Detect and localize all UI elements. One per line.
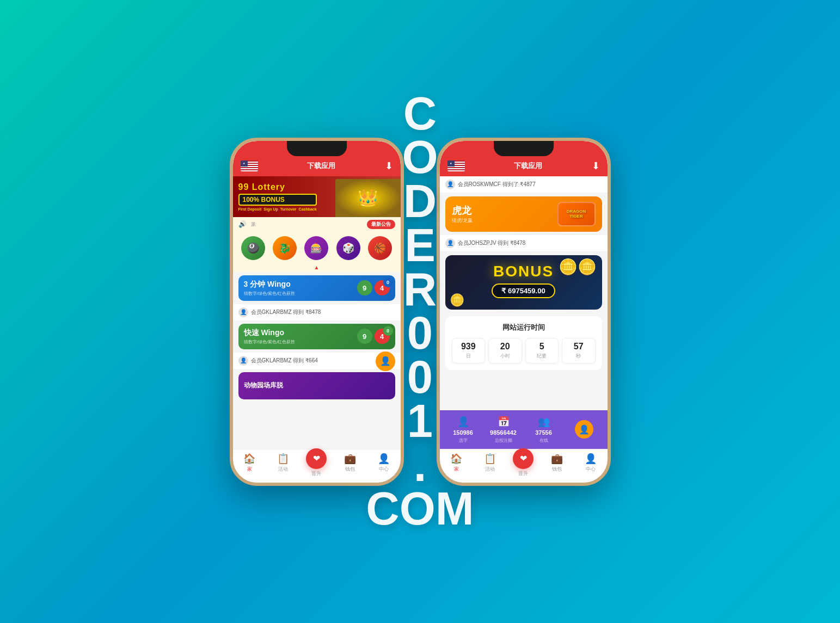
ball-9-fast: 9	[357, 329, 372, 344]
stat-online: 👥 37556 在线	[525, 416, 563, 443]
bonus-coins-icon: 🪙🪙	[559, 258, 597, 276]
dragon-tiger-subtitle: 猜虎/龙赢	[452, 217, 473, 224]
animal-game-card[interactable]: 动物园场库脱	[238, 372, 395, 399]
runtime-section: 网站运行时间 939 日 20 小时 5 纪要	[445, 316, 602, 370]
dragon-tiger-logo-text: DRAGONTIGER	[567, 209, 586, 219]
stats-bar: 👤 150986 选字 📅 98566442 总投注额 👥 37556 在线	[440, 410, 608, 449]
nav-wallet-right[interactable]: 💼 钱包	[540, 453, 574, 477]
stat-avatar[interactable]: 👤	[565, 420, 603, 439]
wingo-3min-counter: 0	[383, 277, 393, 287]
stat-online-label: 在线	[539, 437, 548, 443]
banner-left: 99 Lottery 100% BONUS First Deposit Sign…	[233, 176, 401, 217]
nav-activity-right[interactable]: 📋 活动	[473, 453, 507, 477]
home-icon-left: 🏠	[243, 453, 255, 465]
dragon-tiger-title: 虎龙	[452, 204, 473, 217]
bonus-amount: ₹ 6975459.00	[492, 283, 555, 298]
nav-profile-label-right: 中心	[586, 466, 596, 473]
wingo-3min-inner: 3 分钟 Wingo 猜数字/绿色/紫色/红色获胜 9 4 0	[238, 275, 395, 301]
user-avatar-right[interactable]: 👤	[575, 420, 593, 439]
dragon-tiger-card[interactable]: 虎龙 猜虎/龙赢 DRAGONTIGER	[445, 196, 602, 232]
nav-wallet-label-right: 钱包	[552, 466, 562, 473]
runtime-days-box: 939 日	[452, 338, 486, 363]
banner-girls: 👑	[335, 179, 401, 217]
game-icons-row: 🎱 🐉 🎰 🎲 🏀	[233, 232, 401, 264]
nav-wallet-left[interactable]: 💼 钱包	[333, 453, 367, 477]
nav-activity-left[interactable]: 📋 活动	[266, 453, 300, 477]
bonus-text: BONUS	[493, 263, 554, 280]
stat-online-num: 37556	[535, 429, 552, 436]
notice-bar-left[interactable]: 🔊 派 最新公告	[233, 217, 401, 232]
dragon-tiger-info: 虎龙 猜虎/龙赢	[452, 204, 473, 224]
runtime-seconds-box: 57 秒	[562, 338, 596, 363]
download-icon-left[interactable]: ⬇	[385, 160, 393, 172]
stat-users: 👤 150986 选字	[444, 416, 482, 443]
bottom-nav-right: 🏠 家 📋 活动 ❤ 晋升 💼 钱包 👤 中心	[440, 449, 608, 483]
winner-2-label: 会员GKLARBMZ 得到 ₹664	[251, 357, 318, 365]
winner-1-label: 会员GKLARBMZ 得到 ₹8478	[251, 309, 321, 316]
sound-icon: 🔊	[238, 220, 247, 228]
phone-right-scroll: 👤 会员ROSKWMCF 得到了 ₹4877 虎龙 猜虎/龙赢 DRAGONTI…	[440, 176, 608, 449]
wingo-fast-inner: 快速 Wingo 猜数字/绿色/紫色/红色获胜 9 4 0	[238, 324, 395, 349]
notice-text: 派	[251, 221, 256, 228]
dragon-tiger-logo: DRAGONTIGER	[557, 202, 596, 226]
nav-home-right[interactable]: 🏠 家	[440, 453, 474, 477]
nav-profile-label-left: 中心	[379, 466, 389, 473]
winner-avatar-r1: 👤	[445, 180, 455, 189]
activity-icon-right: 📋	[484, 453, 496, 465]
winner-bar-1-text: 会员ROSKWMCF 得到了 ₹4877	[458, 181, 536, 188]
winner-avatar-r2: 👤	[445, 238, 455, 248]
phones-container: 下载应用 ⬇ 99 Lottery 100% BONUS First Depos…	[230, 138, 611, 486]
topbar-title-left: 下载应用	[258, 161, 385, 171]
game-icon-sports[interactable]: 🏀	[368, 236, 392, 260]
nav-profile-right[interactable]: 👤 中心	[574, 453, 608, 477]
game-icon-bingo[interactable]: 🎱	[241, 236, 265, 260]
runtime-hours-num: 20	[491, 342, 519, 351]
winner-bar-1-right: 👤 会员ROSKWMCF 得到了 ₹4877	[440, 176, 608, 193]
game-icon-slots[interactable]: 🎰	[304, 236, 328, 260]
center-btn-right[interactable]: ❤	[513, 448, 534, 469]
banner-labels: First Deposit Sign Up Turnover Cashback	[238, 207, 317, 211]
wingo-3min-title: 3 分钟 Wingo	[244, 280, 296, 289]
runtime-hours-box: 20 小时	[488, 338, 522, 363]
ball-9-green: 9	[357, 280, 372, 295]
phone-right-screen: 下载应用 ⬇ 👤 会员ROSKWMCF 得到了 ₹4877 虎龙 猜虎/龙赢	[440, 141, 608, 483]
nav-center-left[interactable]: ❤ 晋升	[300, 453, 334, 477]
phone-right-notch	[494, 141, 554, 156]
wingo-fast-subtitle: 猜数字/绿色/紫色/红色获胜	[244, 339, 296, 345]
promo-badge: 👤	[376, 351, 395, 371]
winner-bar-2-right: 👤 会员JOHSZPJV 得到 ₹8478	[440, 235, 608, 252]
notice-badge[interactable]: 最新公告	[367, 220, 395, 229]
activity-icon-left: 📋	[277, 453, 289, 465]
banner-content-left: 99 Lottery 100% BONUS First Deposit Sign…	[238, 182, 317, 211]
banner-label-2: Sign Up	[263, 207, 278, 211]
stat-bets-label: 总投注额	[495, 437, 512, 443]
nav-home-label-left: 家	[247, 466, 252, 473]
profile-icon-right: 👤	[585, 453, 597, 465]
runtime-boxes: 939 日 20 小时 5 纪要 57 秒	[452, 338, 596, 363]
phone-left-screen: 下载应用 ⬇ 99 Lottery 100% BONUS First Depos…	[233, 141, 401, 483]
girls-decoration: 👑	[335, 179, 401, 217]
center-btn-left[interactable]: ❤	[306, 448, 327, 469]
game-icon-dragon[interactable]: 🐉	[273, 236, 297, 260]
nav-center-label-left: 晋升	[311, 470, 321, 477]
winner-bar-2-text: 会员JOHSZPJV 得到 ₹8478	[458, 239, 526, 247]
download-icon-right[interactable]: ⬇	[592, 160, 600, 172]
runtime-seconds-label: 秒	[565, 353, 593, 360]
runtime-minutes-num: 5	[528, 342, 556, 351]
wingo-3min-card[interactable]: 3 分钟 Wingo 猜数字/绿色/紫色/红色获胜 9 4 0	[238, 275, 395, 301]
nav-home-left[interactable]: 🏠 家	[233, 453, 267, 477]
wallet-icon-left: 💼	[344, 453, 356, 465]
winner-text-2: 👤 会员GKLARBMZ 得到 ₹664 👤	[233, 353, 401, 369]
wingo-3min-info: 3 分钟 Wingo 猜数字/绿色/紫色/红色获胜	[244, 280, 296, 297]
wingo-fast-card[interactable]: 快速 Wingo 猜数字/绿色/紫色/红色获胜 9 4 0	[238, 324, 395, 349]
game-icon-dice[interactable]: 🎲	[336, 236, 360, 260]
nav-home-label-right: 家	[454, 466, 459, 473]
bonus-box: 100% BONUS	[238, 194, 317, 206]
nav-profile-left[interactable]: 👤 中心	[367, 453, 401, 477]
nav-center-right[interactable]: ❤ 晋升	[507, 453, 541, 477]
winner-avatar-2: 👤	[238, 356, 248, 366]
phone-right: 下载应用 ⬇ 👤 会员ROSKWMCF 得到了 ₹4877 虎龙 猜虎/龙赢	[437, 138, 611, 486]
animal-game-title: 动物园场库脱	[244, 381, 283, 390]
nav-wallet-label-left: 钱包	[345, 466, 355, 473]
bonus-banner: 🪙🪙 BONUS ₹ 6975459.00 🪙	[445, 255, 602, 310]
